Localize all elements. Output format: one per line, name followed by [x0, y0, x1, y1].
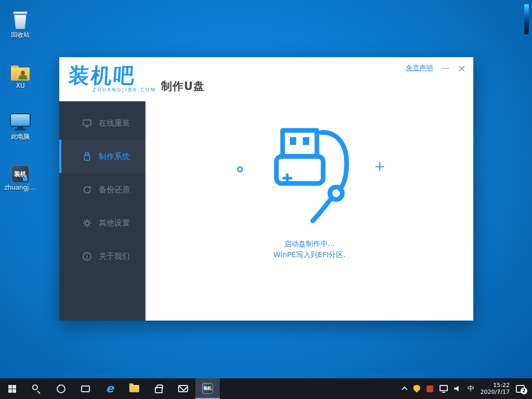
page-title: 制作U盘	[161, 79, 205, 94]
security-shield-icon[interactable]	[414, 385, 420, 393]
ime-indicator[interactable]: 中	[468, 384, 474, 393]
sidebar-item-label: 备份还原	[99, 185, 130, 195]
main-content: + 启动盘制作中... WinPE写入到EFI分区	[145, 101, 473, 321]
window-header: 装机吧 ZHUANGJIBA.COM 制作U盘 免责声明 — ×	[59, 57, 473, 101]
window-body: 在线重装 制作系统 备份还原	[59, 101, 473, 321]
app-logo-text: 装机吧	[68, 61, 137, 90]
app-logo: 装机吧 ZHUANGJIBA.COM	[69, 61, 156, 92]
taskbar-search-button[interactable]	[24, 378, 49, 399]
sidebar-item-make-system[interactable]: 制作系统	[59, 140, 145, 173]
action-center-icon[interactable]: 2	[516, 385, 525, 393]
info-icon	[82, 251, 92, 261]
taskbar: e 装机 中 15:22 2020/7/17 2	[0, 378, 532, 399]
taskbar-clock[interactable]: 15:22 2020/7/17	[481, 382, 510, 395]
status-line-1: 启动盘制作中...	[145, 238, 473, 249]
search-icon	[32, 384, 41, 393]
notification-badge: 2	[521, 388, 527, 394]
sidebar: 在线重装 制作系统 备份还原	[59, 101, 145, 321]
zhuangjiba-taskbar-icon: 装机	[202, 383, 213, 394]
desktop-icon-label: 回收站	[4, 32, 36, 38]
sidebar-item-online-reinstall[interactable]: 在线重装	[59, 107, 145, 140]
desktop-icon-user-folder[interactable]: XU	[4, 58, 36, 89]
desktop-icon-label: XU	[4, 83, 36, 89]
desktop: 回收站 XU 此电脑 装机 zhuangjiba... 装机吧 ZHUANGJI…	[0, 0, 532, 399]
cortana-button[interactable]	[49, 378, 73, 399]
task-view-button[interactable]	[73, 378, 98, 399]
screen-edge-indicator	[524, 4, 529, 34]
sidebar-item-label: 在线重装	[99, 118, 130, 128]
monitor-icon	[82, 118, 92, 128]
folder-icon	[129, 385, 139, 393]
close-button[interactable]: ×	[458, 64, 466, 72]
cortana-icon	[57, 384, 65, 393]
zhuangjiba-app-icon: 装机	[4, 160, 36, 183]
user-folder-icon	[4, 58, 36, 81]
status-line-2: WinPE写入到EFI分区.	[145, 249, 473, 260]
display-tray-icon[interactable]	[440, 385, 448, 391]
usb-drive-icon	[82, 152, 92, 162]
mail-envelope-icon	[178, 385, 188, 392]
mail-button[interactable]	[171, 378, 195, 399]
edge-button[interactable]: e	[98, 378, 122, 399]
gear-icon	[82, 218, 92, 228]
sidebar-item-label: 关于我们	[99, 251, 130, 261]
sidebar-item-other-settings[interactable]: 其他设置	[59, 206, 145, 240]
minimize-button[interactable]: —	[441, 64, 449, 72]
clock-time: 15:22	[481, 382, 510, 389]
volume-icon[interactable]	[454, 385, 461, 392]
sidebar-item-label: 其他设置	[99, 218, 130, 228]
system-tray: 中 15:22 2020/7/17 2	[403, 378, 532, 399]
tray-expand-chevron-icon[interactable]	[402, 387, 407, 392]
window-controls: 免责声明 — ×	[406, 63, 466, 73]
decorative-plus: +	[374, 158, 385, 174]
zhuangjiba-window: 装机吧 ZHUANGJIBA.COM 制作U盘 免责声明 — × 在线重装	[59, 57, 473, 321]
restore-arrows-icon	[82, 185, 92, 195]
desktop-icon-zhuangjiba-app[interactable]: 装机 zhuangjiba...	[4, 160, 36, 191]
sidebar-item-label: 制作系统	[99, 152, 130, 162]
store-bag-icon	[155, 387, 163, 393]
clock-date: 2020/7/17	[481, 389, 510, 395]
store-button[interactable]	[147, 378, 171, 399]
status-text: 启动盘制作中... WinPE写入到EFI分区.	[145, 238, 473, 260]
desktop-icon-this-pc[interactable]: 此电脑	[4, 109, 36, 140]
desktop-icon-recycle-bin[interactable]: 回收站	[4, 7, 36, 38]
alert-flag-icon[interactable]	[427, 385, 433, 392]
windows-logo-icon	[8, 385, 16, 393]
sidebar-item-backup-restore[interactable]: 备份还原	[59, 173, 145, 206]
progress-spinner-dot	[237, 166, 243, 172]
usb-cable-illustration	[263, 127, 356, 229]
start-button[interactable]	[0, 378, 24, 399]
this-pc-icon	[4, 109, 36, 132]
disclaimer-link[interactable]: 免责声明	[406, 63, 433, 73]
task-view-icon	[81, 385, 90, 392]
file-explorer-button[interactable]	[122, 378, 147, 399]
recycle-bin-icon	[4, 7, 36, 30]
taskbar-zhuangjiba-app-button[interactable]: 装机	[195, 378, 220, 399]
desktop-icon-label: zhuangjiba...	[4, 184, 36, 191]
desktop-icon-label: 此电脑	[4, 134, 36, 140]
sidebar-item-about-us[interactable]: 关于我们	[59, 240, 145, 273]
edge-icon: e	[106, 383, 114, 394]
